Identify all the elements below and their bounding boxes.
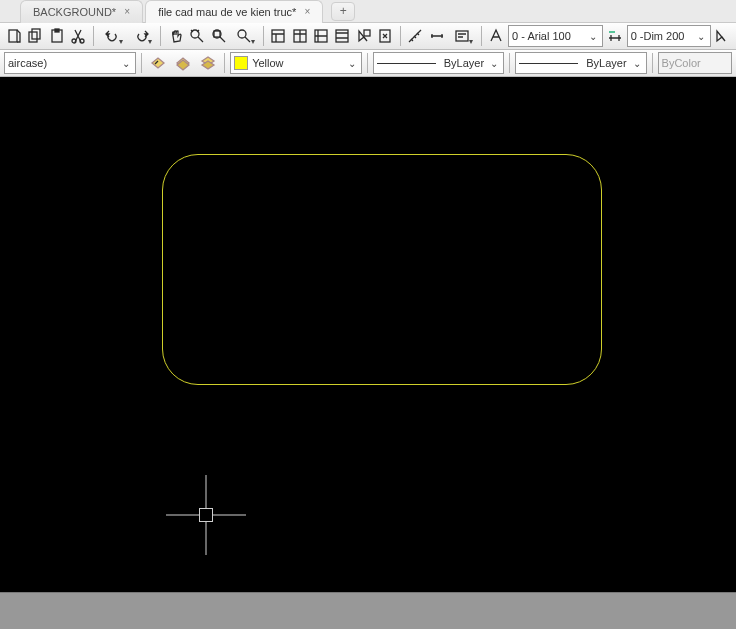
linetype-value: ByLayer — [444, 57, 484, 69]
tab-bar: BACKGROUND* × file cad mau de ve kien tr… — [0, 0, 736, 23]
text-style-value: 0 - Arial 100 — [512, 30, 583, 42]
layers-panel-icon[interactable] — [290, 24, 309, 48]
plotstyle-dropdown[interactable]: ByColor — [658, 52, 733, 74]
separator — [400, 26, 401, 46]
xref-icon[interactable] — [375, 24, 394, 48]
separator — [93, 26, 94, 46]
zoom-window-icon[interactable] — [209, 24, 228, 48]
svg-rect-4 — [55, 29, 59, 32]
close-icon[interactable]: × — [122, 7, 132, 17]
chevron-down-icon: ⌄ — [695, 31, 707, 42]
distance-icon[interactable] — [427, 24, 446, 48]
chevron-down-icon: ⌄ — [346, 58, 358, 69]
app-window: BACKGROUND* × file cad mau de ve kien tr… — [0, 0, 736, 629]
svg-rect-15 — [364, 30, 370, 36]
dim-style-dropdown[interactable]: 0 -Dim 200 ⌄ — [627, 25, 711, 47]
redo-button[interactable] — [128, 24, 155, 48]
chevron-down-icon: ⌄ — [631, 58, 643, 69]
separator — [224, 53, 225, 73]
select-similar-icon[interactable] — [354, 24, 373, 48]
separator — [263, 26, 264, 46]
tab-background[interactable]: BACKGROUND* × — [20, 0, 143, 23]
separator — [141, 53, 142, 73]
svg-rect-2 — [32, 29, 40, 39]
chevron-down-icon: ⌄ — [488, 58, 500, 69]
copy-icon[interactable] — [25, 24, 44, 48]
measure-icon[interactable] — [406, 24, 425, 48]
text-style-dropdown[interactable]: 0 - Arial 100 ⌄ — [508, 25, 603, 47]
layer-filter-dropdown[interactable]: aircase) ⌄ — [4, 52, 136, 74]
sheet-manager-icon[interactable] — [311, 24, 330, 48]
linetype-sample — [377, 63, 436, 64]
linetype-dropdown[interactable]: ByLayer ⌄ — [373, 52, 505, 74]
dim-style-icon[interactable] — [605, 24, 624, 48]
inquiry-dropdown[interactable] — [449, 24, 476, 48]
layer-previous-icon[interactable] — [146, 51, 169, 75]
zoom-dropdown[interactable] — [230, 24, 257, 48]
svg-point-10 — [238, 30, 246, 38]
chevron-down-icon: ⌄ — [587, 31, 599, 42]
tab-label: file cad mau de ve kien truc* — [158, 6, 296, 18]
crosshair-cursor — [166, 475, 246, 555]
new-file-icon[interactable] — [4, 24, 23, 48]
separator — [509, 53, 510, 73]
svg-point-6 — [80, 39, 84, 43]
pan-icon[interactable] — [166, 24, 185, 48]
zoom-extents-icon[interactable] — [187, 24, 206, 48]
rounded-rectangle-shape — [162, 154, 602, 385]
more-icon[interactable] — [713, 24, 732, 48]
undo-button[interactable] — [98, 24, 125, 48]
svg-rect-14 — [336, 30, 348, 42]
status-bar — [0, 592, 736, 629]
dim-style-value: 0 -Dim 200 — [631, 30, 691, 42]
chevron-down-icon: ⌄ — [120, 58, 132, 69]
cut-icon[interactable] — [68, 24, 87, 48]
toolbar-layers: aircase) ⌄ Yellow ⌄ ByLayer ⌄ ByLayer ⌄ … — [0, 50, 736, 77]
svg-rect-0 — [9, 30, 17, 42]
lineweight-value: ByLayer — [586, 57, 626, 69]
svg-point-5 — [72, 39, 76, 43]
separator — [160, 26, 161, 46]
svg-rect-9 — [214, 31, 220, 37]
svg-rect-17 — [456, 31, 468, 41]
color-dropdown[interactable]: Yellow ⌄ — [230, 52, 362, 74]
blocks-icon[interactable] — [333, 24, 352, 48]
separator — [481, 26, 482, 46]
layer-manager-icon[interactable] — [196, 51, 219, 75]
text-style-icon[interactable] — [487, 24, 506, 48]
separator — [652, 53, 653, 73]
svg-rect-1 — [29, 32, 37, 42]
new-tab-button[interactable]: + — [331, 2, 355, 21]
svg-rect-11 — [272, 30, 284, 42]
toolbar-primary: 0 - Arial 100 ⌄ 0 -Dim 200 ⌄ — [0, 23, 736, 50]
lineweight-sample — [519, 63, 578, 64]
close-icon[interactable]: × — [302, 7, 312, 17]
plotstyle-value: ByColor — [662, 57, 729, 69]
layer-state-icon[interactable] — [171, 51, 194, 75]
color-swatch — [234, 56, 248, 70]
properties-icon[interactable] — [268, 24, 287, 48]
tab-label: BACKGROUND* — [33, 6, 116, 18]
drawing-canvas[interactable] — [0, 77, 736, 592]
tab-filecad[interactable]: file cad mau de ve kien truc* × — [145, 0, 323, 23]
lineweight-dropdown[interactable]: ByLayer ⌄ — [515, 52, 647, 74]
layer-filter-value: aircase) — [8, 57, 116, 69]
separator — [367, 53, 368, 73]
color-value: Yellow — [252, 57, 342, 69]
paste-icon[interactable] — [47, 24, 66, 48]
